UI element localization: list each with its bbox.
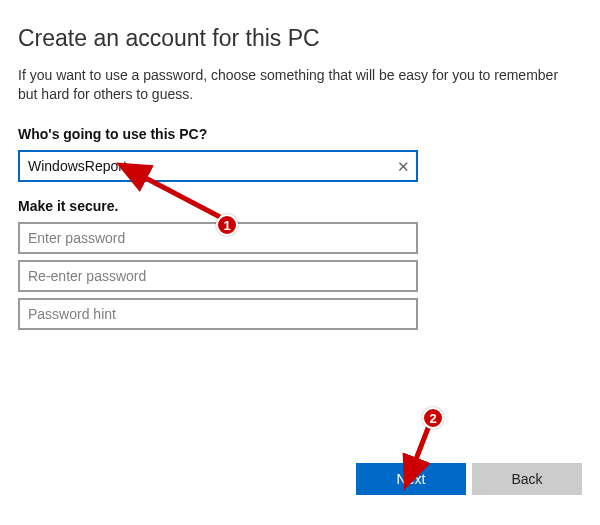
next-button[interactable]: Next (356, 463, 466, 495)
page-title: Create an account for this PC (18, 25, 582, 52)
username-label: Who's going to use this PC? (18, 126, 582, 142)
password-section-label: Make it secure. (18, 198, 582, 214)
subtitle-text: If you want to use a password, choose so… (18, 66, 578, 104)
password-hint-input[interactable] (18, 298, 418, 330)
back-button[interactable]: Back (472, 463, 582, 495)
username-input-wrap: ✕ (18, 150, 418, 182)
svg-line-3 (413, 423, 430, 467)
password-fields (18, 222, 582, 330)
username-input[interactable] (18, 150, 418, 182)
button-row: Next Back (356, 463, 582, 495)
annotation-callout-2: 2 (422, 407, 444, 429)
password-input[interactable] (18, 222, 418, 254)
clear-icon[interactable]: ✕ (397, 158, 410, 173)
confirm-password-input[interactable] (18, 260, 418, 292)
